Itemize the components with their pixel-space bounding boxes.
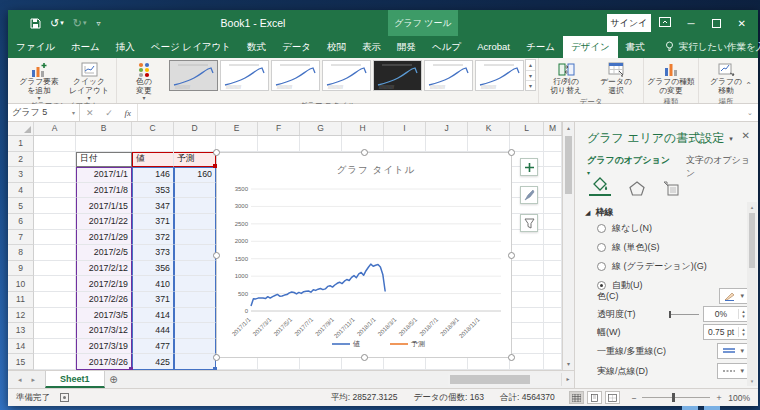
scroll-up-icon[interactable]: ▴ xyxy=(563,122,574,134)
pane-close-icon[interactable]: ✕ xyxy=(742,130,750,141)
sheet-cell[interactable] xyxy=(34,261,76,277)
row-header-14[interactable]: 14 xyxy=(8,339,34,355)
sheet-cell[interactable] xyxy=(544,276,562,292)
sheet-cell[interactable]: 373 xyxy=(132,245,174,261)
column-header-F[interactable]: F xyxy=(258,122,300,135)
compound-type-button[interactable]: ▾ xyxy=(717,343,749,359)
insert-function-icon[interactable]: fx xyxy=(125,108,132,118)
sheet-cell[interactable] xyxy=(174,308,216,324)
scroll-down-icon[interactable]: ▾ xyxy=(563,358,574,370)
sheet-cell[interactable]: 予測 xyxy=(174,152,216,168)
row-header-12[interactable]: 12 xyxy=(8,308,34,324)
transparency-slider[interactable] xyxy=(669,314,699,315)
ribbon-tab[interactable]: ホーム xyxy=(63,36,108,58)
ribbon-tab[interactable]: データ xyxy=(274,36,319,58)
sheet-cell[interactable] xyxy=(544,136,562,152)
line-color-button[interactable]: ▾ xyxy=(719,288,749,304)
sheet-cell[interactable] xyxy=(300,136,342,152)
radio-option[interactable]: 線 (グラデーション)(G) xyxy=(597,260,707,273)
ribbon-tab[interactable]: 開発 xyxy=(389,36,424,58)
transparency-spinner[interactable]: 0% ▴▾ xyxy=(703,306,749,322)
sheet-cell[interactable] xyxy=(510,339,544,355)
chart-elements-button[interactable] xyxy=(520,158,538,176)
chart-object[interactable]: グラフ タイトル05001000150020002500300035002017… xyxy=(216,152,512,358)
sheet-cell[interactable] xyxy=(510,354,544,370)
sheet-cell[interactable]: 2017/2/12 xyxy=(76,261,132,277)
row-header-7[interactable]: 7 xyxy=(8,230,34,246)
redo-icon[interactable]: ↻▾ xyxy=(73,17,87,30)
sheet-cell[interactable] xyxy=(544,183,562,199)
sheet-cell[interactable]: 2017/3/5 xyxy=(76,308,132,324)
zoom-slider[interactable] xyxy=(642,397,710,398)
sheet-cell[interactable] xyxy=(544,152,562,168)
ribbon-tab[interactable]: 校閲 xyxy=(319,36,354,58)
sheet-cell[interactable] xyxy=(510,323,544,339)
ribbon-tab[interactable]: Acrobat xyxy=(469,36,518,58)
sheet-cell[interactable] xyxy=(174,323,216,339)
sheet-cell[interactable] xyxy=(426,136,468,152)
fill-line-icon[interactable] xyxy=(589,177,611,196)
pane-scroll-down-icon[interactable]: ▾ xyxy=(747,376,757,386)
save-icon[interactable] xyxy=(30,18,41,29)
pane-scroll-thumb[interactable] xyxy=(749,213,755,268)
sheet-cell[interactable]: 2017/2/5 xyxy=(76,245,132,261)
sheet-cell[interactable]: 425 xyxy=(132,354,174,370)
minimize-button[interactable]: ─ xyxy=(688,18,695,29)
sheet-cell[interactable] xyxy=(34,323,76,339)
sheet-cell[interactable] xyxy=(510,261,544,277)
sheet-cell[interactable]: 2017/3/19 xyxy=(76,339,132,355)
ribbon-display-options-icon[interactable] xyxy=(659,17,671,29)
sheet-cell[interactable] xyxy=(76,136,132,152)
chart-resize-handle[interactable] xyxy=(508,354,515,361)
sheet-cell[interactable] xyxy=(34,167,76,183)
change-chart-type-button[interactable]: グラフの種類 の変更 xyxy=(646,59,696,96)
vertical-scroll-thumb[interactable] xyxy=(565,136,572,194)
sheet-cell[interactable] xyxy=(174,339,216,355)
add-chart-element-button[interactable]: グラフ要素 を追加 ▾ xyxy=(14,59,64,100)
sheet-cell[interactable] xyxy=(544,230,562,246)
sheet-cell[interactable] xyxy=(544,167,562,183)
ribbon-tab[interactable]: 書式 xyxy=(618,36,653,58)
sheet-cell[interactable] xyxy=(174,136,216,152)
sheet-cell[interactable]: 日付 xyxy=(76,152,132,168)
column-header-B[interactable]: B xyxy=(76,122,132,135)
sheet-cell[interactable]: 146 xyxy=(132,167,174,183)
enter-icon[interactable]: ✓ xyxy=(105,108,113,118)
chart-style-thumbnail[interactable]: //////////// xyxy=(322,60,371,91)
sheet-cell[interactable] xyxy=(34,230,76,246)
chart-style-thumbnail[interactable]: //////////// xyxy=(373,60,422,91)
column-header-J[interactable]: J xyxy=(426,122,468,135)
sheet-cell[interactable]: 2017/1/15 xyxy=(76,198,132,214)
sign-in-button[interactable]: サインイン xyxy=(607,14,651,32)
sheet-cell[interactable] xyxy=(510,292,544,308)
sheet-cell[interactable]: 372 xyxy=(132,230,174,246)
chart-resize-handle[interactable] xyxy=(361,354,368,361)
quick-layout-button[interactable]: クイック レイアウト ▾ xyxy=(64,59,114,100)
ribbon-tab[interactable]: 表示 xyxy=(354,36,389,58)
horizontal-scroll-thumb[interactable] xyxy=(450,375,530,384)
sheet-cell[interactable] xyxy=(34,276,76,292)
name-box[interactable]: グラフ 5 ▾ xyxy=(8,104,80,121)
sheet-nav-right-icon[interactable]: ▸ xyxy=(32,376,36,384)
sheet-cell[interactable] xyxy=(174,198,216,214)
ribbon-tab[interactable]: デザイン xyxy=(563,36,618,58)
column-header-H[interactable]: H xyxy=(342,122,384,135)
width-spinner[interactable]: 0.75 pt ▴▾ xyxy=(703,324,749,340)
column-header-I[interactable]: I xyxy=(384,122,426,135)
sheet-cell[interactable]: 477 xyxy=(132,339,174,355)
sheet-cell[interactable]: 410 xyxy=(132,276,174,292)
scroll-right-icon[interactable]: ▸ xyxy=(561,373,574,386)
vertical-scrollbar[interactable]: ▴ ▾ xyxy=(562,122,574,370)
row-header-9[interactable]: 9 xyxy=(8,261,34,277)
sheet-cell[interactable] xyxy=(544,198,562,214)
sheet-cell[interactable] xyxy=(34,198,76,214)
radio-option[interactable]: 線なし(N) xyxy=(597,222,707,235)
sheet-cell[interactable] xyxy=(174,214,216,230)
chart-style-thumbnail[interactable]: //////////// xyxy=(475,60,524,91)
border-section-header[interactable]: ◢ 枠線 xyxy=(585,206,613,219)
sheet-cell[interactable] xyxy=(544,214,562,230)
sheet-cell[interactable] xyxy=(174,261,216,277)
collapse-ribbon-icon[interactable]: ⌃ xyxy=(745,81,752,90)
normal-view-button[interactable] xyxy=(569,391,584,404)
column-header-G[interactable]: G xyxy=(300,122,342,135)
